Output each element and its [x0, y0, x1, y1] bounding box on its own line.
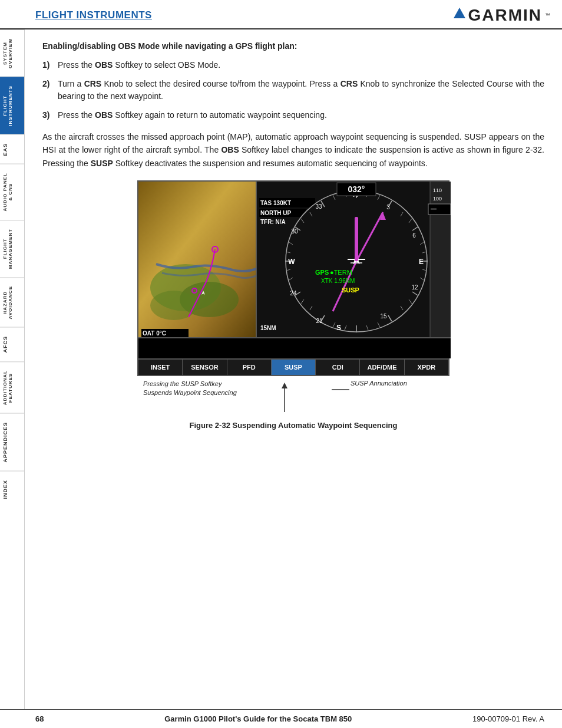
body-paragraph: As the aircraft crosses the missed appro… — [42, 130, 544, 170]
instrument-display: TAS 130KT NORTH UP TFR: N/A 15NM OAT 0°C — [137, 180, 449, 376]
sidebar-item-hazard-avoidance[interactable]: HAZARDAVOIDANCE — [0, 277, 24, 327]
svg-text:●TERM: ●TERM — [330, 269, 352, 276]
svg-text:33: 33 — [315, 203, 322, 210]
page-header: FLIGHT INSTRUMENTS GARMIN ™ — [0, 0, 562, 29]
svg-text:100: 100 — [433, 196, 442, 202]
softkey-susp[interactable]: SUSP — [272, 360, 316, 375]
footer-center-text: Garmin G1000 Pilot's Guide for the Socat… — [164, 714, 352, 723]
svg-text:6: 6 — [412, 232, 416, 239]
content-area: Enabling/disabling OBS Mode while naviga… — [25, 29, 562, 709]
steps-list: 1) Press the OBS Softkey to select OBS M… — [42, 59, 544, 122]
sidebar-item-flight-instruments[interactable]: FLIGHTINSTRUMENTS — [0, 77, 24, 134]
svg-text:TAS 130KT: TAS 130KT — [260, 200, 291, 206]
svg-text:NORTH UP: NORTH UP — [260, 210, 292, 216]
svg-text:15NM: 15NM — [260, 325, 276, 331]
main-layout: SYSTEMOVERVIEW FLIGHTINSTRUMENTS EAS AUD… — [0, 29, 562, 709]
softkey-adf-dme[interactable]: ADF/DME — [360, 360, 404, 375]
page-title: FLIGHT INSTRUMENTS — [35, 9, 152, 21]
step-2: 2) Turn a CRS Knob to select the desired… — [42, 78, 544, 103]
figure-container: TAS 130KT NORTH UP TFR: N/A 15NM OAT 0°C — [42, 180, 544, 430]
softkey-cdi[interactable]: CDI — [316, 360, 360, 375]
svg-text:110: 110 — [433, 187, 442, 193]
sidebar-item-system-overview[interactable]: SYSTEMOVERVIEW — [0, 29, 24, 77]
page-number: 68 — [35, 714, 44, 723]
garmin-triangle-icon — [454, 8, 465, 18]
svg-text:OAT  0°C: OAT 0°C — [143, 330, 166, 337]
step-1: 1) Press the OBS Softkey to select OBS M… — [42, 59, 544, 72]
annotation-area: Pressing the SUSP Softkey Suspends Waypo… — [137, 380, 449, 415]
svg-text:3: 3 — [386, 204, 390, 210]
step-2-text: Turn a CRS Knob to select the desired co… — [58, 78, 544, 103]
svg-text:SUSP: SUSP — [342, 286, 359, 294]
step-1-text: Press the OBS Softkey to select OBS Mode… — [58, 59, 220, 72]
instrument-svg: TAS 130KT NORTH UP TFR: N/A 15NM OAT 0°C — [138, 182, 451, 358]
softkey-xpdr[interactable]: XPDR — [405, 360, 448, 375]
svg-text:S: S — [336, 324, 341, 332]
page-footer: 68 Garmin G1000 Pilot's Guide for the So… — [0, 709, 562, 728]
trademark-symbol: ™ — [545, 12, 550, 18]
svg-text:30: 30 — [291, 228, 298, 235]
section-title: Enabling/disabling OBS Mode while naviga… — [42, 41, 544, 51]
sidebar-item-additional-features[interactable]: ADDITIONALFEATURES — [0, 361, 24, 413]
sidebar-item-flight-management[interactable]: FLIGHTMANAGEMENT — [0, 220, 24, 277]
sidebar-item-appendices[interactable]: APPENDICES — [0, 413, 24, 471]
step-3: 3) Press the OBS Softkey again to return… — [42, 109, 544, 122]
svg-rect-87 — [138, 338, 256, 358]
svg-text:12: 12 — [411, 284, 418, 291]
annotation-left-text: Pressing the SUSP Softkey Suspends Waypo… — [143, 380, 249, 398]
step-1-number: 1) — [42, 59, 58, 72]
svg-rect-88 — [256, 338, 451, 358]
svg-text:XTK 1.96NM: XTK 1.96NM — [321, 278, 355, 284]
step-2-number: 2) — [42, 78, 58, 103]
sidebar-item-afcs[interactable]: AFCS — [0, 327, 24, 361]
svg-text:TFR: N/A: TFR: N/A — [260, 219, 286, 225]
sidebar-item-index[interactable]: INDEX — [0, 471, 24, 508]
annotation-arrow — [267, 380, 326, 415]
svg-rect-74 — [355, 217, 358, 261]
softkey-bar: INSET SENSOR PFD SUSP CDI ADF/ — [138, 358, 448, 375]
garmin-logo-text: GARMIN — [468, 6, 542, 25]
svg-text:21: 21 — [316, 318, 323, 324]
garmin-logo: GARMIN ™ — [451, 6, 550, 25]
svg-text:GPS: GPS — [315, 269, 329, 276]
svg-text:W: W — [288, 258, 295, 266]
svg-marker-91 — [282, 383, 287, 388]
svg-text:—: — — [431, 206, 437, 212]
figure-caption: Figure 2-32 Suspending Automatic Waypoin… — [190, 421, 398, 430]
svg-text:032°: 032° — [348, 185, 365, 194]
softkey-pfd[interactable]: PFD — [227, 360, 272, 375]
svg-text:15: 15 — [380, 313, 387, 319]
sidebar-item-eas[interactable]: EAS — [0, 134, 24, 164]
sidebar: SYSTEMOVERVIEW FLIGHTINSTRUMENTS EAS AUD… — [0, 29, 25, 709]
softkey-inset[interactable]: INSET — [138, 360, 183, 375]
sidebar-item-audio-panel[interactable]: AUDIO PANEL& CNS — [0, 164, 24, 220]
svg-text:E: E — [419, 258, 424, 266]
svg-point-5 — [150, 291, 197, 320]
step-3-text: Press the OBS Softkey again to return to… — [58, 109, 327, 122]
annotation-right-text: SUSP Annunciation — [351, 380, 407, 387]
step-3-number: 3) — [42, 109, 58, 122]
softkey-sensor[interactable]: SENSOR — [183, 360, 227, 375]
footer-right-text: 190-00709-01 Rev. A — [472, 714, 544, 723]
svg-text:24: 24 — [290, 290, 297, 297]
